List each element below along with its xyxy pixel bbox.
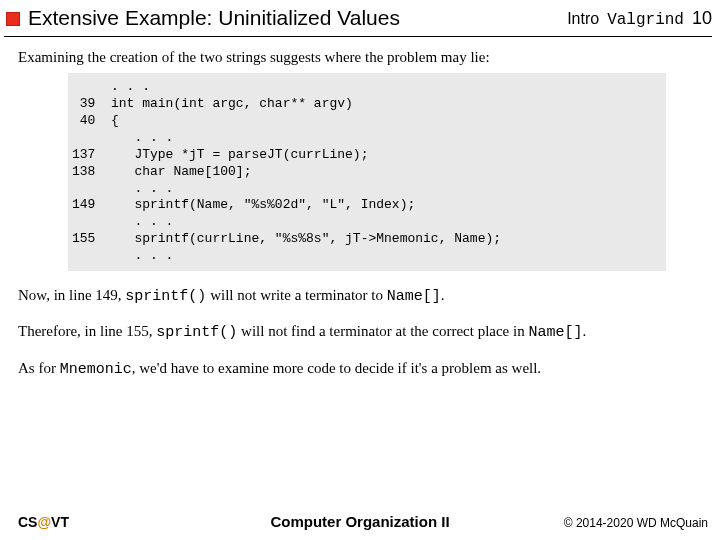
paragraph-3: As for Mnemonic, we'd have to examine mo…: [18, 358, 702, 380]
slide-footer: CS@VT Computer Organization II © 2014-20…: [0, 508, 720, 540]
footer-vt: VT: [51, 514, 69, 530]
bullet-icon: [6, 12, 20, 26]
paragraph-2: Therefore, in line 155, sprintf() will n…: [18, 321, 702, 343]
p1-code-a: sprintf(): [125, 288, 206, 305]
footer-center: Computer Organization II: [270, 513, 449, 530]
p3-code-a: Mnemonic: [60, 361, 132, 378]
p2-text-a: Therefore, in line 155,: [18, 323, 156, 339]
p2-text-b: will not find a terminator at the correc…: [237, 323, 528, 339]
p1-text-c: .: [441, 287, 445, 303]
p3-text-a: As for: [18, 360, 60, 376]
p2-code-a: sprintf(): [156, 324, 237, 341]
p3-text-b: , we'd have to examine more code to deci…: [132, 360, 541, 376]
p1-text-b: will not write a terminator to: [206, 287, 386, 303]
footer-copyright: © 2014-2020 WD McQuain: [564, 516, 708, 530]
tool-name: Valgrind: [607, 11, 684, 29]
at-icon: @: [37, 514, 51, 530]
page-number: 10: [692, 8, 712, 29]
p2-code-b: Name[]: [528, 324, 582, 341]
p2-text-c: .: [582, 323, 586, 339]
slide-body: Examining the creation of the two string…: [0, 37, 720, 380]
p1-code-b: Name[]: [387, 288, 441, 305]
p1-text-a: Now, in line 149,: [18, 287, 125, 303]
footer-left: CS@VT: [18, 514, 69, 530]
slide-header: Extensive Example: Uninitialized Values …: [4, 0, 712, 37]
paragraph-1: Now, in line 149, sprintf() will not wri…: [18, 285, 702, 307]
intro-label: Intro: [567, 10, 599, 28]
footer-cs: CS: [18, 514, 37, 530]
code-block: . . . 39 int main(int argc, char** argv)…: [68, 73, 666, 271]
lead-sentence: Examining the creation of the two string…: [18, 47, 702, 67]
slide-title: Extensive Example: Uninitialized Values: [28, 6, 567, 32]
header-right: Intro Valgrind 10: [567, 8, 712, 31]
